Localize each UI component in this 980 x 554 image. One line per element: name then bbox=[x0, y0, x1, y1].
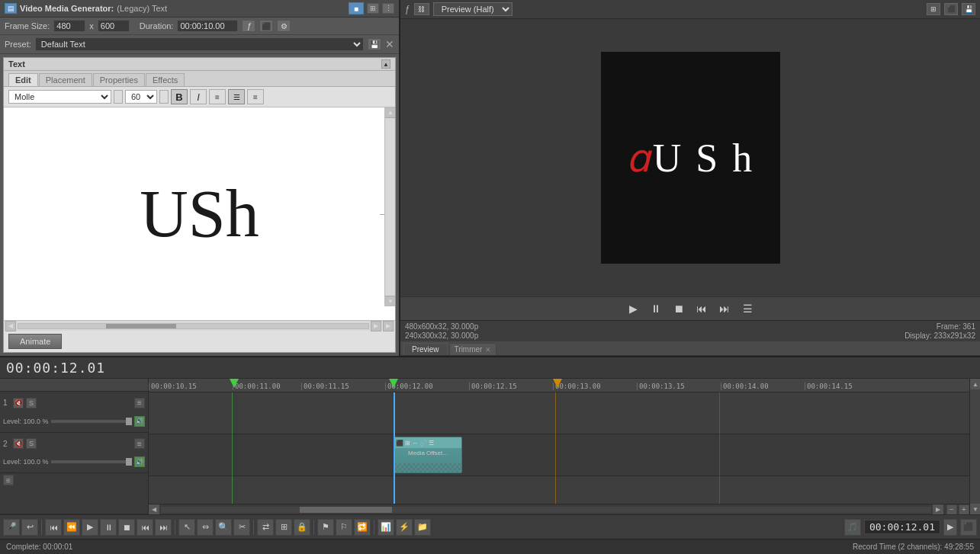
frame-height-input[interactable]: 600 bbox=[98, 20, 130, 32]
preset-close-btn[interactable]: ✕ bbox=[385, 39, 394, 50]
tab-properties[interactable]: Properties bbox=[93, 73, 145, 86]
camera-button[interactable]: ⬛ bbox=[259, 20, 273, 32]
fx-button[interactable]: ƒ bbox=[242, 20, 255, 32]
track2-menu-btn[interactable]: ≡ bbox=[134, 438, 145, 449]
preset-save-btn[interactable]: 💾 bbox=[368, 38, 381, 50]
size-dropdown-btn[interactable]: ▼ bbox=[159, 90, 169, 104]
vscroll-down-btn[interactable]: ▼ bbox=[385, 296, 395, 306]
track2-vol-btn[interactable]: 🔊 bbox=[134, 456, 145, 467]
vscroll-up-tl[interactable]: ▲ bbox=[970, 379, 980, 389]
preview-save-btn[interactable]: 💾 bbox=[962, 3, 975, 15]
undo-btn[interactable]: ↩ bbox=[21, 519, 38, 536]
settings-button[interactable]: ⚙ bbox=[277, 20, 291, 32]
status-bar: Complete: 00:00:01 Record Time (2 channe… bbox=[0, 539, 980, 554]
track2-solo-btn[interactable]: S bbox=[26, 438, 37, 449]
tab-trimmer[interactable]: Trimmer ✕ bbox=[449, 343, 497, 355]
track1-mute-btn[interactable]: 🔇 bbox=[13, 398, 24, 408]
preview-fx-icon: ƒ bbox=[405, 4, 410, 14]
cut-btn[interactable]: ✂ bbox=[233, 519, 250, 536]
prev-frame-button[interactable]: ⏮ bbox=[693, 301, 710, 316]
preview-grid-btn[interactable]: ⊞ bbox=[927, 3, 940, 15]
panel-scroll-up[interactable]: ▲ bbox=[381, 59, 390, 69]
vmg-active-btn[interactable]: ■ bbox=[349, 2, 364, 14]
track1-menu-btn[interactable]: ≡ bbox=[134, 398, 145, 408]
loop-button[interactable]: ☰ bbox=[739, 301, 756, 316]
hscroll-right-btn[interactable]: ▶ bbox=[371, 321, 381, 331]
pause-button[interactable]: ⏸ bbox=[647, 301, 664, 316]
hscroll-track[interactable] bbox=[18, 323, 369, 329]
preview-overlay-btn[interactable]: ⬛ bbox=[944, 3, 958, 15]
bold-btn[interactable]: B bbox=[171, 89, 188, 104]
hscroll-right-btn-tl[interactable]: ▶ bbox=[933, 504, 943, 515]
tab-preview[interactable]: Preview bbox=[403, 343, 448, 355]
pause-tl-btn[interactable]: ⏸ bbox=[100, 519, 117, 536]
goto-start-btn[interactable]: ⏮ bbox=[45, 519, 62, 536]
animate-button[interactable]: Animate bbox=[8, 334, 62, 349]
lock-btn[interactable]: 🔒 bbox=[294, 519, 310, 536]
vscroll-up-btn[interactable]: ▲ bbox=[385, 107, 395, 118]
duration-input[interactable]: 00:00:10.00 bbox=[177, 20, 238, 32]
track2-mute-btn[interactable]: 🔇 bbox=[13, 438, 24, 449]
play-tl-btn[interactable]: ▶ bbox=[82, 519, 98, 536]
record-mic-btn[interactable]: 🎤 bbox=[3, 519, 20, 536]
canvas-hscroll[interactable]: ◀ ▶ ▶ bbox=[4, 320, 395, 331]
metronome-btn[interactable]: 🎵 bbox=[844, 519, 861, 536]
fx-chain-btn[interactable]: ⚡ bbox=[396, 519, 413, 536]
hscroll-track-tl[interactable] bbox=[161, 507, 931, 513]
vmg-more-btn[interactable]: ⋮ bbox=[382, 3, 394, 14]
tab-placement[interactable]: Placement bbox=[39, 73, 92, 86]
tab-edit[interactable]: Edit bbox=[8, 73, 38, 86]
track2-slider[interactable] bbox=[51, 460, 132, 463]
prev-frame-tl-btn[interactable]: ⏮ bbox=[137, 519, 153, 536]
clip-block[interactable]: ⬛ ⊞ ↔ 🔗 ☰ Media Offset... bbox=[394, 437, 462, 473]
preview-quality-select[interactable]: Preview (Half) bbox=[433, 2, 512, 16]
region-btn[interactable]: ⚐ bbox=[336, 519, 352, 536]
font-select[interactable]: Molle bbox=[8, 90, 111, 104]
stop-tl-btn[interactable]: ⏹ bbox=[118, 519, 135, 536]
align-right-btn[interactable]: ≡ bbox=[247, 89, 264, 104]
text-canvas[interactable]: USh ▲ ▼ bbox=[4, 107, 395, 320]
preset-select[interactable]: Default Text bbox=[35, 37, 364, 51]
fullscreen-btn[interactable]: ⬛ bbox=[960, 519, 977, 536]
play-button[interactable]: ▶ bbox=[625, 301, 641, 316]
track1-solo-btn[interactable]: S bbox=[26, 398, 37, 408]
mixer-btn[interactable]: 📊 bbox=[378, 519, 394, 536]
hscroll-expand-btn[interactable]: ▶ bbox=[383, 321, 394, 331]
loop-region-btn[interactable]: 🔁 bbox=[354, 519, 371, 536]
track3-menu-btn[interactable]: ≡ bbox=[3, 475, 14, 485]
select-btn[interactable]: ↖ bbox=[178, 519, 195, 536]
envelope-btn[interactable]: ⇔ bbox=[197, 519, 214, 536]
vmg-icon: ▤ bbox=[5, 3, 17, 14]
tab-effects[interactable]: Effects bbox=[146, 73, 185, 86]
zoom-out-btn[interactable]: − bbox=[946, 504, 957, 515]
next-frame-button[interactable]: ⏭ bbox=[716, 301, 733, 316]
marker-btn[interactable]: ⚑ bbox=[317, 519, 334, 536]
hscroll-left-btn[interactable]: ◀ bbox=[5, 321, 16, 331]
zoom-in-btn[interactable]: + bbox=[959, 504, 969, 515]
timeline-vscroll[interactable]: ▲ ▼ bbox=[969, 379, 980, 514]
frame-width-input[interactable]: 480 bbox=[53, 20, 85, 32]
ripple-btn[interactable]: ⇄ bbox=[257, 519, 274, 536]
timecode-arrow-btn[interactable]: ▶ bbox=[943, 519, 957, 536]
size-select[interactable]: 60 bbox=[125, 90, 157, 104]
next-frame-tl-btn[interactable]: ⏭ bbox=[155, 519, 172, 536]
vmg-dock-btn[interactable]: ⊞ bbox=[367, 3, 379, 14]
snap-btn[interactable]: ⊞ bbox=[275, 519, 292, 536]
hscroll-left-btn-tl[interactable]: ◀ bbox=[149, 504, 159, 515]
font-dropdown-btn[interactable]: ▼ bbox=[114, 90, 123, 104]
explorer-btn[interactable]: 📁 bbox=[414, 519, 431, 536]
italic-btn[interactable]: I bbox=[190, 89, 207, 104]
vscroll-down-tl[interactable]: ▼ bbox=[970, 504, 980, 514]
align-left-btn[interactable]: ≡ bbox=[209, 89, 226, 104]
align-center-btn[interactable]: ☰ bbox=[228, 89, 245, 104]
preview-chain-btn[interactable]: ⛓ bbox=[414, 3, 429, 15]
stop-button[interactable]: ⏹ bbox=[670, 301, 687, 316]
timeline-hscroll[interactable]: ◀ ▶ − + bbox=[149, 504, 969, 514]
track1-vol-btn[interactable]: 🔊 bbox=[134, 416, 145, 427]
canvas-vscroll[interactable]: ▲ ▼ bbox=[384, 107, 395, 306]
tab-trimmer-close[interactable]: ✕ bbox=[485, 346, 491, 354]
track1-slider[interactable] bbox=[51, 420, 132, 423]
rewind-btn[interactable]: ⏪ bbox=[63, 519, 80, 536]
zoom-tl-btn[interactable]: 🔍 bbox=[215, 519, 232, 536]
clip-checker bbox=[394, 463, 461, 472]
